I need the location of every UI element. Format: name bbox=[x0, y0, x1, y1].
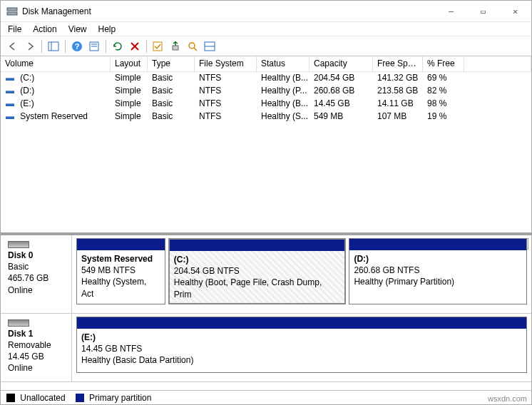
svg-point-11 bbox=[189, 43, 195, 48]
legend-primary: Primary partition bbox=[76, 393, 152, 403]
volume-fs: NTFS bbox=[195, 111, 257, 123]
svg-rect-2 bbox=[48, 42, 58, 51]
volume-row[interactable]: ▬ (C:)SimpleBasicNTFSHealthy (B...204.54… bbox=[1, 72, 531, 85]
svg-line-12 bbox=[194, 48, 197, 51]
volume-pct: 19 % bbox=[423, 111, 464, 123]
partition-health: Healthy (Primary Partition) bbox=[354, 277, 454, 287]
volume-name: (D:) bbox=[18, 86, 34, 96]
partition[interactable]: (C:)204.54 GB NTFSHealthy (Boot, Page Fi… bbox=[168, 238, 347, 304]
volume-status: Healthy (S... bbox=[257, 111, 310, 123]
col-status[interactable]: Status bbox=[257, 56, 310, 71]
partition-bar bbox=[349, 239, 526, 250]
col-capacity[interactable]: Capacity bbox=[310, 56, 373, 71]
partition[interactable]: (E:)14.45 GB NTFSHealthy (Basic Data Par… bbox=[76, 317, 527, 373]
window-title: Disk Management bbox=[22, 6, 435, 16]
menu-file[interactable]: File bbox=[8, 24, 21, 34]
menu-bar: File Action View Help bbox=[1, 22, 531, 36]
volume-fs: NTFS bbox=[195, 98, 257, 111]
forward-button[interactable] bbox=[22, 39, 38, 54]
disk-row: Disk 0Basic465.76 GBOnline▴System Reserv… bbox=[1, 235, 531, 314]
disk-icon bbox=[8, 241, 29, 248]
volume-list[interactable]: ▬ (C:)SimpleBasicNTFSHealthy (B...204.54… bbox=[1, 72, 531, 232]
volume-layout: Simple bbox=[111, 111, 148, 123]
disk-state: Online bbox=[8, 285, 33, 295]
menu-help[interactable]: Help bbox=[98, 24, 116, 34]
volume-status: Healthy (B... bbox=[257, 98, 310, 111]
volume-row[interactable]: ▬ (D:)SimpleBasicNTFSHealthy (P...260.68… bbox=[1, 85, 531, 98]
volume-type: Basic bbox=[148, 111, 195, 123]
volume-type: Basic bbox=[148, 98, 195, 111]
action-check-button[interactable] bbox=[150, 39, 166, 54]
disk-label: Disk 1 bbox=[8, 329, 33, 339]
partition-size: 260.68 GB NTFS bbox=[354, 265, 419, 275]
help-button[interactable]: ? bbox=[69, 39, 85, 54]
delete-button[interactable] bbox=[127, 39, 143, 54]
partition-health: Healthy (Boot, Page File, Crash Dump, Pr… bbox=[174, 277, 322, 299]
partition-title: (E:) bbox=[81, 332, 96, 342]
partition-size: 14.45 GB NTFS bbox=[81, 344, 142, 354]
volume-fs: NTFS bbox=[195, 85, 257, 98]
col-pctfree[interactable]: % Free bbox=[423, 56, 464, 71]
col-filesystem[interactable]: File System bbox=[195, 56, 257, 71]
show-hide-console-button[interactable] bbox=[46, 39, 61, 54]
volume-name: (E:) bbox=[18, 98, 34, 108]
svg-rect-10 bbox=[173, 46, 178, 50]
unallocated-swatch-icon bbox=[6, 394, 15, 402]
col-layout[interactable]: Layout bbox=[111, 56, 148, 71]
partition-size: 204.54 GB NTFS bbox=[174, 266, 240, 276]
drive-icon: ▬ bbox=[5, 98, 15, 108]
partition-health: Healthy (Basic Data Partition) bbox=[81, 355, 193, 365]
maximize-button[interactable]: ▭ bbox=[467, 1, 499, 21]
close-button[interactable]: ✕ bbox=[499, 1, 531, 21]
volume-name: (C:) bbox=[18, 73, 34, 83]
disk-row: Disk 1Removable14.45 GBOnline(E:)14.45 G… bbox=[1, 314, 531, 382]
properties-button[interactable] bbox=[86, 39, 102, 54]
col-freespace[interactable]: Free Spa... bbox=[373, 56, 423, 71]
volume-pct: 82 % bbox=[423, 85, 464, 98]
partition-title: (C:) bbox=[174, 255, 189, 265]
menu-view[interactable]: View bbox=[68, 24, 87, 34]
legend-unallocated: Unallocated bbox=[6, 393, 66, 403]
disk-size: 14.45 GB bbox=[8, 352, 44, 362]
volume-pct: 69 % bbox=[423, 72, 464, 85]
view-layout-button[interactable] bbox=[202, 39, 218, 54]
partition-bar bbox=[170, 240, 345, 251]
refresh-button[interactable] bbox=[110, 39, 126, 54]
volume-layout: Simple bbox=[111, 72, 148, 85]
disk-label: Disk 0 bbox=[8, 250, 33, 260]
svg-rect-9 bbox=[153, 42, 162, 51]
col-volume[interactable]: Volume bbox=[1, 56, 111, 71]
disk-info[interactable]: Disk 0Basic465.76 GBOnline bbox=[1, 235, 72, 313]
volume-list-header: Volume Layout Type File System Status Ca… bbox=[1, 56, 531, 72]
col-extra[interactable] bbox=[464, 56, 531, 71]
disk-info[interactable]: Disk 1Removable14.45 GBOnline bbox=[1, 314, 72, 381]
volume-capacity: 549 MB bbox=[310, 111, 373, 123]
drive-icon: ▬ bbox=[5, 111, 15, 121]
action-attach-button[interactable] bbox=[168, 39, 183, 54]
action-search-button[interactable] bbox=[185, 39, 200, 54]
back-button[interactable] bbox=[5, 39, 21, 54]
col-type[interactable]: Type bbox=[148, 56, 195, 71]
partition-size: 549 MB NTFS bbox=[81, 265, 135, 275]
volume-fs: NTFS bbox=[195, 72, 257, 85]
disk-icon bbox=[8, 319, 29, 327]
minimize-button[interactable]: — bbox=[435, 1, 467, 21]
partition-title: System Reserved bbox=[81, 254, 153, 264]
volume-status: Healthy (B... bbox=[257, 72, 310, 85]
disk-partitions: (E:)14.45 GB NTFSHealthy (Basic Data Par… bbox=[72, 314, 531, 381]
app-icon bbox=[6, 6, 18, 17]
volume-pct: 98 % bbox=[423, 98, 464, 111]
watermark: wsxdn.com bbox=[488, 394, 527, 403]
volume-layout: Simple bbox=[111, 85, 148, 98]
partition-title: (D:) bbox=[354, 254, 369, 264]
volume-row[interactable]: ▬ System ReservedSimpleBasicNTFSHealthy … bbox=[1, 111, 531, 123]
disk-state: Online bbox=[8, 363, 33, 373]
menu-action[interactable]: Action bbox=[33, 24, 56, 34]
partition[interactable]: (D:)260.68 GB NTFSHealthy (Primary Parti… bbox=[349, 238, 527, 304]
legend: Unallocated Primary partition wsxdn.com bbox=[1, 390, 531, 404]
toolbar: ? bbox=[1, 36, 531, 56]
volume-row[interactable]: ▬ (E:)SimpleBasicNTFSHealthy (B...14.45 … bbox=[1, 98, 531, 111]
volume-free: 141.32 GB bbox=[373, 72, 423, 85]
partition[interactable]: System Reserved549 MB NTFSHealthy (Syste… bbox=[76, 238, 165, 304]
volume-type: Basic bbox=[148, 72, 195, 85]
